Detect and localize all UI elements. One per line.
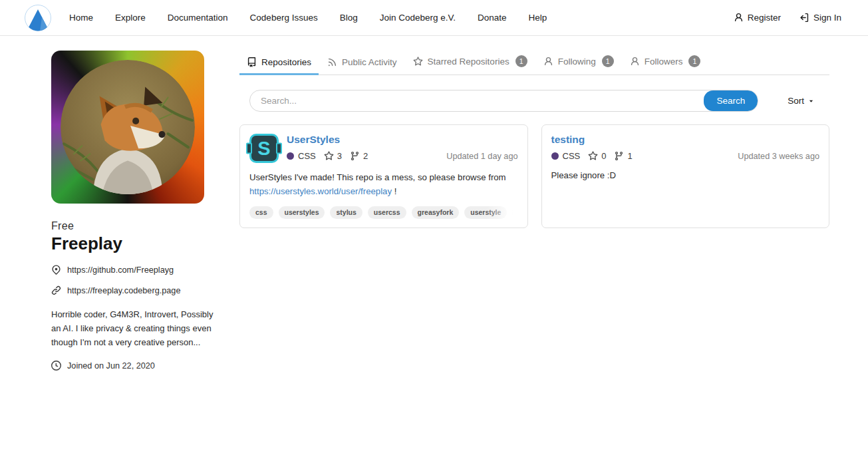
sort-dropdown[interactable]: Sort <box>788 96 815 106</box>
repo-meta-row: CSS 0 1 Updated 3 weeks ago <box>551 151 820 161</box>
sign-in-link[interactable]: Sign In <box>799 13 841 23</box>
following-count-badge: 1 <box>602 55 614 67</box>
tab-label: Followers <box>645 57 683 67</box>
location-pin-icon <box>51 265 61 275</box>
top-navbar: Home Explore Documentation Codeberg Issu… <box>0 0 868 36</box>
search-input[interactable] <box>250 90 704 111</box>
avatar-fox-image <box>61 60 195 194</box>
profile-location-text: https://github.com/Freeplayg <box>67 265 174 275</box>
profile-username: Freeplay <box>51 233 215 254</box>
avatar <box>51 51 204 204</box>
repo-language: CSS <box>563 151 581 161</box>
topic-tag[interactable]: greasyfork <box>412 206 460 219</box>
nav-item-join-codeberg[interactable]: Join Codeberg e.V. <box>380 13 456 23</box>
person-icon <box>630 57 640 67</box>
main-column: Repositories Public Activity Starred Rep… <box>239 51 829 371</box>
profile-website-link[interactable]: https://freeplay.codeberg.page <box>67 286 180 295</box>
repo-star-count: 3 <box>337 151 342 161</box>
sort-label: Sort <box>788 96 804 106</box>
nav-item-donate[interactable]: Donate <box>478 13 507 23</box>
sign-in-icon <box>799 13 809 23</box>
repo-description: Please ignore :D <box>551 169 820 183</box>
repo-search-row: Search Sort <box>239 90 829 112</box>
profile-sidebar: Free Freeplay https://github.com/Freepla… <box>51 51 215 371</box>
tab-starred-repositories[interactable]: Starred Repositories 1 <box>406 51 535 75</box>
nav-links: Home Explore Documentation Codeberg Issu… <box>69 13 569 23</box>
git-branch-icon <box>614 151 624 161</box>
tab-label: Starred Repositories <box>428 57 509 67</box>
repo-body: UserStyles CSS 3 2 Updated 1 day ago <box>287 134 518 163</box>
search-group: Search <box>249 90 758 112</box>
star-icon <box>588 151 598 161</box>
tab-label: Following <box>558 57 596 67</box>
repo-description-link[interactable]: https://userstyles.world/user/freeplay <box>249 186 392 196</box>
repo-head: testing CSS 0 1 Updated 3 weeks ago <box>551 134 820 161</box>
repo-description: UserStyles I've made! This repo is a mes… <box>249 171 518 199</box>
topic-tag[interactable]: css <box>249 206 273 219</box>
starred-count-badge: 1 <box>515 55 527 67</box>
person-icon <box>734 13 744 23</box>
codeberg-logo-icon[interactable] <box>25 5 51 31</box>
repo-head: S UserStyles CSS 3 2 Updated 1 day ago <box>249 134 518 163</box>
tab-public-activity[interactable]: Public Activity <box>320 53 404 75</box>
repo-updated: Updated 3 weeks ago <box>738 152 819 161</box>
link-icon <box>51 285 61 295</box>
topic-tag[interactable]: userstyle <box>464 206 507 219</box>
git-branch-icon <box>350 151 360 161</box>
nav-item-explore[interactable]: Explore <box>115 13 146 23</box>
profile-joined-row: Joined on Jun 22, 2020 <box>51 361 215 371</box>
language-dot-icon <box>551 152 559 160</box>
tab-label: Repositories <box>261 57 311 67</box>
nav-item-home[interactable]: Home <box>69 13 93 23</box>
page-content: Free Freeplay https://github.com/Freepla… <box>0 36 868 371</box>
repo-meta-row: CSS 3 2 Updated 1 day ago <box>287 151 518 161</box>
topic-tag[interactable]: cascading-style-sheets <box>512 206 517 219</box>
search-button[interactable]: Search <box>704 90 758 111</box>
repo-fork-count: 2 <box>363 151 368 161</box>
repo-description-text: UserStyles I've made! This repo is a mes… <box>249 172 506 182</box>
tab-repositories[interactable]: Repositories <box>239 53 319 75</box>
language-dot-icon <box>287 152 294 160</box>
repo-updated: Updated 1 day ago <box>446 152 517 161</box>
repo-avatar-userstyles: S <box>249 134 279 163</box>
repo-body: testing CSS 0 1 Updated 3 weeks ago <box>551 134 820 161</box>
register-label: Register <box>748 13 781 23</box>
profile-joined-text: Joined on Jun 22, 2020 <box>67 361 155 371</box>
nav-item-codeberg-issues[interactable]: Codeberg Issues <box>250 13 318 23</box>
tab-label: Public Activity <box>342 57 397 67</box>
nav-account-area: Register Sign In <box>734 13 841 23</box>
repo-language: CSS <box>298 151 316 161</box>
repo-description-text: Please ignore :D <box>551 170 617 180</box>
repo-description-suffix: ! <box>392 186 396 196</box>
nav-item-blog[interactable]: Blog <box>340 13 358 23</box>
triangle-down-icon <box>807 97 815 104</box>
repo-icon <box>247 57 257 67</box>
topic-tag[interactable]: stylus <box>330 206 362 219</box>
topic-tag[interactable]: usercss <box>368 206 406 219</box>
register-link[interactable]: Register <box>734 13 781 23</box>
tab-followers[interactable]: Followers 1 <box>623 51 708 75</box>
profile-full-name: Free <box>51 220 215 232</box>
followers-count-badge: 1 <box>688 55 700 67</box>
clock-icon <box>51 361 61 371</box>
profile-tabs: Repositories Public Activity Starred Rep… <box>239 51 829 75</box>
repo-card-userstyles: S UserStyles CSS 3 2 Updated 1 day ago <box>239 124 528 228</box>
topic-tag[interactable]: userstyles <box>279 206 325 219</box>
tab-following[interactable]: Following 1 <box>536 51 621 75</box>
nav-item-help[interactable]: Help <box>529 13 547 23</box>
repo-topics: css userstyles stylus usercss greasyfork… <box>249 206 518 219</box>
nav-item-documentation[interactable]: Documentation <box>168 13 228 23</box>
star-icon <box>413 57 423 67</box>
profile-bio: Horrible coder, G4M3R, Introvert, Possib… <box>51 308 215 349</box>
person-icon <box>543 57 553 67</box>
profile-location-row: https://github.com/Freeplayg <box>51 265 215 275</box>
repo-card-list: S UserStyles CSS 3 2 Updated 1 day ago <box>239 124 829 228</box>
repo-name-link[interactable]: testing <box>551 134 585 146</box>
repo-fork-count: 1 <box>627 151 632 161</box>
repo-avatar-letter: S <box>257 138 270 160</box>
repo-card-testing: testing CSS 0 1 Updated 3 weeks ago Plea… <box>541 124 830 228</box>
repo-name-link[interactable]: UserStyles <box>287 134 340 146</box>
sign-in-label: Sign In <box>813 13 841 23</box>
star-icon <box>324 151 334 161</box>
profile-website-row: https://freeplay.codeberg.page <box>51 285 215 295</box>
